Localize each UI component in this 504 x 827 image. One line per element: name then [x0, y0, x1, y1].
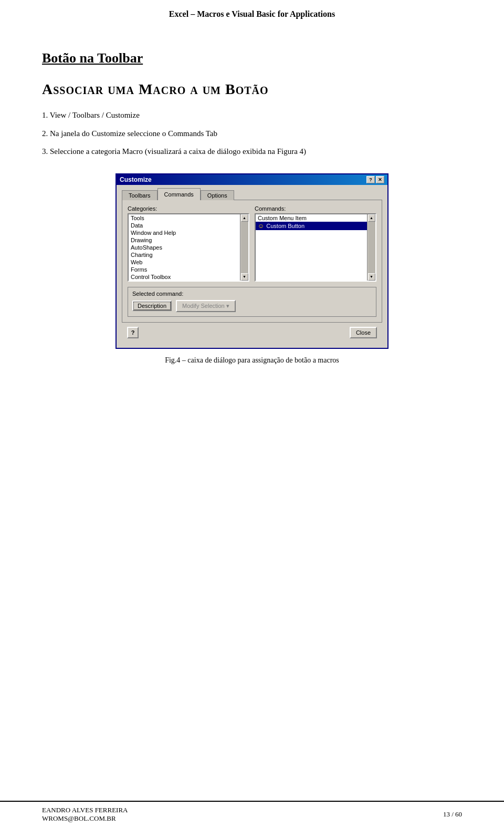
categories-label: Categories:: [128, 205, 249, 212]
categories-column: Categories: Tools Data Window and Help D…: [128, 205, 249, 282]
smiley-icon: ☺: [258, 222, 264, 230]
categories-listbox[interactable]: Tools Data Window and Help Drawing AutoS…: [128, 213, 249, 282]
close-titlebar-btn[interactable]: ✕: [376, 176, 384, 183]
footer-author: EANDRO ALVES FERREIRA: [42, 806, 128, 814]
selected-command-section: Selected command: Description Modify Sel…: [128, 287, 376, 317]
commands-listbox[interactable]: Custom Menu Item ☺ Custom Button ▲: [255, 213, 376, 282]
category-charting[interactable]: Charting: [129, 251, 240, 259]
tab-commands[interactable]: Commands: [158, 188, 201, 200]
customize-dialog: Customize ? ✕ Toolbars Commands Options: [116, 173, 388, 349]
dialog-body: Toolbars Commands Options Categories:: [117, 185, 387, 348]
category-autoshapes[interactable]: AutoShapes: [129, 244, 240, 251]
modify-selection-button[interactable]: Modify Selection ▾: [176, 300, 236, 312]
commands-scrollbar[interactable]: ▲ ▼: [367, 214, 375, 281]
selected-cmd-row: Description Modify Selection ▾: [132, 300, 372, 312]
categories-scrollbar[interactable]: ▲ ▼: [240, 214, 248, 281]
step-1: 1. View / Toolbars / Customize: [42, 109, 462, 121]
description-button[interactable]: Description: [132, 301, 172, 311]
dialog-footer: ? Close: [122, 323, 382, 343]
scroll-down-arrow[interactable]: ▼: [241, 273, 248, 281]
selected-command-label: Selected command:: [132, 291, 372, 297]
command-custom-button[interactable]: ☺ Custom Button: [256, 222, 367, 230]
command-custom-button-label: Custom Button: [266, 223, 304, 229]
tab-options[interactable]: Options: [201, 190, 234, 200]
category-tools[interactable]: Tools: [129, 214, 240, 222]
section-title: Botão na Toolbar: [42, 50, 462, 66]
cmd-scroll-down-arrow[interactable]: ▼: [368, 273, 375, 281]
close-button[interactable]: Close: [350, 327, 377, 338]
tab-toolbars[interactable]: Toolbars: [122, 190, 158, 200]
step-2: 2. Na janela do Customize seleccione o C…: [42, 128, 462, 140]
category-control-toolbox[interactable]: Control Toolbox: [129, 273, 240, 281]
category-web[interactable]: Web: [129, 259, 240, 266]
footer-left: EANDRO ALVES FERREIRA WROMS@BOL.COM.BR: [42, 806, 128, 823]
section-heading: Associar uma Macro a um Botão: [42, 81, 462, 98]
content-area: Botão na Toolbar Associar uma Macro a um…: [0, 24, 504, 407]
commands-column: Commands: Custom Menu Item ☺ Custom Butt…: [255, 205, 376, 282]
cmd-scroll-track: [368, 222, 375, 273]
category-forms[interactable]: Forms: [129, 266, 240, 273]
help-titlebar-btn[interactable]: ?: [366, 176, 375, 183]
commands-label: Commands:: [255, 205, 376, 212]
dialog-help-button[interactable]: ?: [127, 327, 139, 338]
scroll-up-arrow[interactable]: ▲: [241, 214, 248, 222]
scroll-track: [241, 222, 248, 273]
dialog-tabs: Toolbars Commands Options: [122, 189, 382, 200]
category-window-help[interactable]: Window and Help: [129, 229, 240, 236]
tab-content: Categories: Tools Data Window and Help D…: [122, 200, 382, 323]
footer-email: WROMS@BOL.COM.BR: [42, 814, 128, 823]
step-3: 3. Seleccione a categoria Macro (visuali…: [42, 146, 462, 158]
commands-list-inner: Custom Menu Item ☺ Custom Button: [256, 214, 367, 281]
header-title: Excel – Macros e Visual Basic for Applic…: [169, 9, 335, 18]
cmd-scroll-up-arrow[interactable]: ▲: [368, 214, 375, 222]
figure-caption: Fig.4 – caixa de diálogo para assignação…: [42, 356, 462, 365]
dialog-screenshot-container: Customize ? ✕ Toolbars Commands Options: [116, 173, 388, 349]
two-col-layout: Categories: Tools Data Window and Help D…: [128, 205, 376, 282]
dialog-title: Customize: [120, 176, 152, 183]
titlebar-buttons: ? ✕: [366, 176, 384, 183]
category-data[interactable]: Data: [129, 222, 240, 229]
footer-page-number: 13 / 60: [443, 810, 462, 819]
page-header: Excel – Macros e Visual Basic for Applic…: [0, 0, 504, 24]
page-footer: EANDRO ALVES FERREIRA WROMS@BOL.COM.BR 1…: [0, 801, 504, 827]
dialog-titlebar: Customize ? ✕: [117, 174, 387, 185]
category-drawing[interactable]: Drawing: [129, 236, 240, 244]
categories-list-inner: Tools Data Window and Help Drawing AutoS…: [129, 214, 240, 281]
command-custom-menu-item[interactable]: Custom Menu Item: [256, 214, 367, 222]
